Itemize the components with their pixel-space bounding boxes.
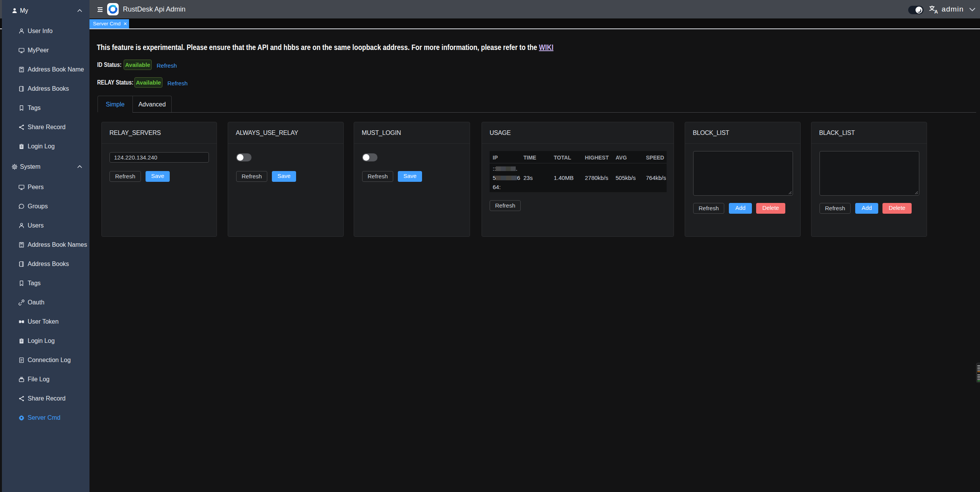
svg-text:A: A (934, 9, 938, 14)
